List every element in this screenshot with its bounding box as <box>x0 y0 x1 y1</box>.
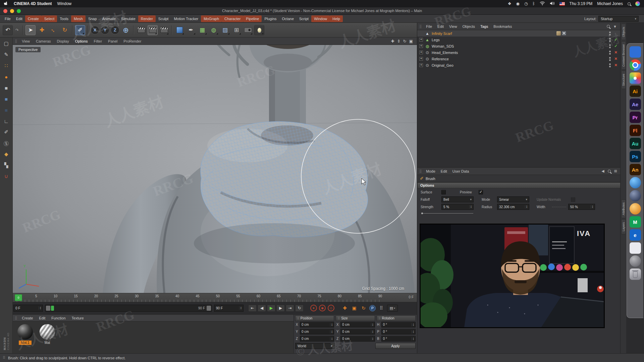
enable-state-icon[interactable]: ✕ <box>613 63 619 67</box>
expand-icon[interactable] <box>419 44 423 48</box>
3d-viewport[interactable]: Y Perspective Grid Spacing : 1000 cm <box>13 45 417 293</box>
size-z-field[interactable]: 0 cm <box>340 336 375 342</box>
mode-dropdown[interactable]: Smear <box>497 196 529 202</box>
keyframe-options-button[interactable]: ◇ <box>328 305 334 311</box>
enable-state-icon[interactable]: ✓ <box>613 44 619 48</box>
lock-panel-icon[interactable]: ⊞ <box>614 169 617 173</box>
menu-item[interactable]: Sculpt <box>156 15 171 22</box>
object-row[interactable]: ⊙ Head_Elements ✕ <box>417 49 621 56</box>
expand-icon[interactable] <box>419 57 423 61</box>
wifi-icon[interactable] <box>540 1 545 6</box>
position-y-field[interactable]: 0 cm <box>300 329 334 335</box>
lock-y-axis-button[interactable]: Y <box>101 26 109 35</box>
attributes-menu-item[interactable]: Mode <box>424 168 438 174</box>
radius-field[interactable]: 32.306 cm <box>497 204 529 210</box>
pan-view-icon[interactable]: ✚ <box>391 39 394 44</box>
dock-app-blue[interactable] <box>630 46 641 58</box>
selection-mode-icon[interactable]: ▢ <box>2 40 10 48</box>
siri-icon[interactable] <box>635 1 640 6</box>
object-name[interactable]: Reference <box>432 57 449 61</box>
live-selection-icon[interactable]: ➤ <box>25 25 36 35</box>
key-scale-button[interactable]: ▣ <box>351 304 358 312</box>
viewport-menu-item[interactable]: Cameras <box>33 38 54 44</box>
key-parameter-button[interactable]: P <box>369 305 376 311</box>
object-row[interactable]: ▲ Infinity Scarf <box>417 30 621 37</box>
timeline-ruler[interactable]: 051015202530354045505560657075808590 0 0… <box>13 293 417 302</box>
material-menu-item[interactable]: Texture <box>69 315 87 321</box>
record-keyframe-button[interactable]: ● <box>310 305 317 311</box>
dock-photoshop[interactable]: Ps <box>630 151 641 162</box>
material-menu-item[interactable]: Create <box>19 315 36 321</box>
update-normals-checkbox[interactable] <box>571 197 575 202</box>
coordinate-mode-dropdown[interactable]: World <box>295 343 335 349</box>
vertical-tab[interactable]: Objects <box>621 24 626 40</box>
time-machine-icon[interactable]: ◷ <box>524 1 528 6</box>
width-slider[interactable] <box>552 207 566 207</box>
close-window-button[interactable] <box>3 9 7 13</box>
menu-item[interactable]: Help <box>330 15 343 22</box>
material-item[interactable]: Mat.1 <box>17 324 33 345</box>
history-back-icon[interactable]: ◀ <box>601 169 604 173</box>
falloff-curve-strip[interactable] <box>417 210 621 216</box>
dock-flash[interactable]: Fl <box>630 125 641 136</box>
dock-after-effects[interactable]: Ae <box>630 99 641 110</box>
dock-illustrator[interactable]: Ai <box>630 85 641 97</box>
rotation-h-field[interactable]: 0 ° <box>381 322 416 327</box>
move-tool-icon[interactable]: ✚ <box>37 25 47 35</box>
menu-item[interactable]: Simulate <box>118 15 138 22</box>
menubar-user[interactable]: Michael Jones <box>597 1 623 6</box>
input-language-flag-icon[interactable] <box>559 2 565 6</box>
generators-icon[interactable]: ◍ <box>209 25 219 35</box>
panel-grip-icon[interactable]: ⣿ <box>15 316 17 320</box>
enable-axis-icon[interactable]: ✐ <box>2 128 10 136</box>
object-name[interactable]: Head_Elements <box>432 51 458 55</box>
next-frame-button[interactable]: ▶ <box>276 305 285 312</box>
toggle-view-icon[interactable]: ▣ <box>409 39 413 44</box>
dock-cinema4d[interactable] <box>630 190 641 201</box>
camera-icon[interactable] <box>243 25 253 35</box>
separator-icon[interactable] <box>72 25 73 35</box>
size-y-field[interactable]: 0 cm <box>340 329 375 335</box>
object-manager-menu-item[interactable]: File <box>424 23 434 29</box>
redo-icon[interactable]: ↷ <box>14 25 20 35</box>
material-item[interactable]: Mat <box>40 324 55 345</box>
position-x-field[interactable]: 0 cm <box>300 322 334 327</box>
object-name[interactable]: Legs <box>432 38 440 42</box>
falloff-dropdown[interactable]: Bell <box>441 196 474 202</box>
undo-icon[interactable]: ↶ <box>3 25 13 35</box>
render-settings-icon[interactable] <box>159 25 169 35</box>
viewport-canvas[interactable]: Y <box>13 45 417 293</box>
material-preview[interactable] <box>40 324 55 340</box>
menu-item[interactable]: Render <box>138 15 156 22</box>
menu-item[interactable]: Octane <box>279 15 297 22</box>
stepper-icon[interactable] <box>330 337 332 341</box>
size-x-field[interactable]: 0 cm <box>340 322 375 327</box>
keying-settings-dropdown[interactable]: ▤ <box>387 305 398 312</box>
visibility-dots-icon[interactable] <box>608 31 611 36</box>
scale-tool-icon[interactable]: ↔ <box>48 25 58 35</box>
screen-record-icon[interactable]: ◉ <box>516 1 519 6</box>
position-z-field[interactable]: 0 cm <box>300 336 334 342</box>
checker-flag-icon[interactable]: ▚ <box>2 161 10 169</box>
bluetooth-icon[interactable]: ᛒ <box>532 1 535 6</box>
menu-item[interactable]: Select <box>42 15 57 22</box>
search-icon[interactable] <box>608 170 611 173</box>
object-manager-menu-item[interactable]: Tags <box>478 23 490 29</box>
freehand-spline-icon[interactable]: ✒ <box>186 25 196 35</box>
play-forward-button[interactable]: ▶ <box>267 305 275 312</box>
stepper-icon[interactable] <box>371 337 373 341</box>
vertical-tab[interactable]: Content Browser <box>621 41 626 70</box>
viewport-menu-item[interactable]: Filter <box>91 38 105 44</box>
object-row[interactable]: ▲ Legs ✓ <box>417 37 621 43</box>
dock-notes[interactable] <box>630 242 641 254</box>
workplane-mode-icon[interactable]: ∟ <box>2 117 10 125</box>
viewport-menu-item[interactable]: ProRender <box>121 38 144 44</box>
menu-item[interactable]: Edit <box>13 15 25 22</box>
key-point-level-button[interactable]: ⠿ <box>378 304 385 312</box>
go-to-start-button[interactable]: ⇤ <box>248 305 257 312</box>
object-manager-menu-item[interactable]: Bookmarks <box>491 23 514 29</box>
point-mode-icon[interactable]: ● <box>2 73 10 81</box>
deformers-icon[interactable]: ▨ <box>220 25 230 35</box>
webcam-video-overlay[interactable]: IVA <box>420 224 605 328</box>
stepper-icon[interactable] <box>39 306 41 310</box>
